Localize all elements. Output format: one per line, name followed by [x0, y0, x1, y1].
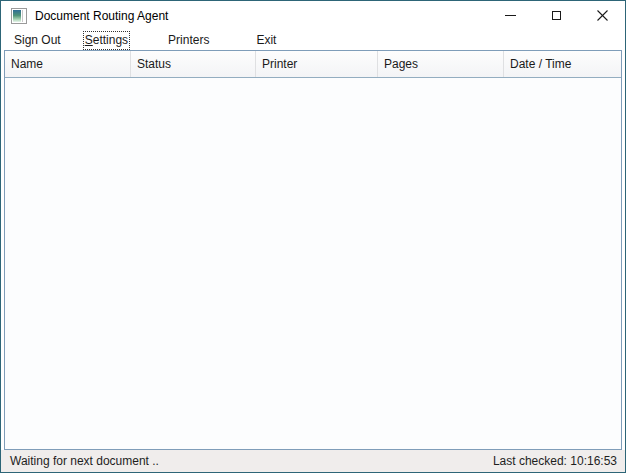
title-bar[interactable]: Document Routing Agent — [1, 1, 625, 30]
menu-item-printers[interactable]: Printers — [168, 33, 209, 48]
list-body-empty — [5, 78, 621, 449]
last-checked-label: Last checked: 10:16:53 — [493, 454, 617, 468]
menu-bar: Sign Out Settings Printers Exit — [1, 30, 625, 50]
menu-item-settings[interactable]: Settings — [85, 33, 128, 48]
app-icon — [11, 8, 27, 24]
column-header-status[interactable]: Status — [131, 51, 256, 77]
menu-item-sign-out[interactable]: Sign Out — [14, 33, 61, 48]
document-list: Name Status Printer Pages Date / Time — [4, 50, 622, 450]
app-icon-divider — [22, 10, 23, 22]
list-header-row: Name Status Printer Pages Date / Time — [5, 51, 621, 78]
column-header-name[interactable]: Name — [5, 51, 131, 77]
column-header-pages[interactable]: Pages — [378, 51, 504, 77]
column-header-date-time[interactable]: Date / Time — [504, 51, 621, 77]
window-title: Document Routing Agent — [35, 9, 487, 23]
status-message: Waiting for next document .. — [10, 454, 159, 468]
menu-item-exit[interactable]: Exit — [256, 33, 276, 48]
status-bar: Waiting for next document .. Last checke… — [1, 450, 625, 472]
minimize-button[interactable] — [487, 1, 533, 30]
app-icon-art — [13, 10, 21, 22]
window-controls — [487, 1, 625, 30]
maximize-icon — [552, 11, 561, 20]
column-header-printer[interactable]: Printer — [256, 51, 378, 77]
close-button[interactable] — [579, 1, 625, 30]
minimize-icon — [505, 15, 516, 16]
app-window: Document Routing Agent Sign Out Settings… — [0, 0, 626, 473]
maximize-button[interactable] — [533, 1, 579, 30]
close-icon — [597, 10, 608, 21]
